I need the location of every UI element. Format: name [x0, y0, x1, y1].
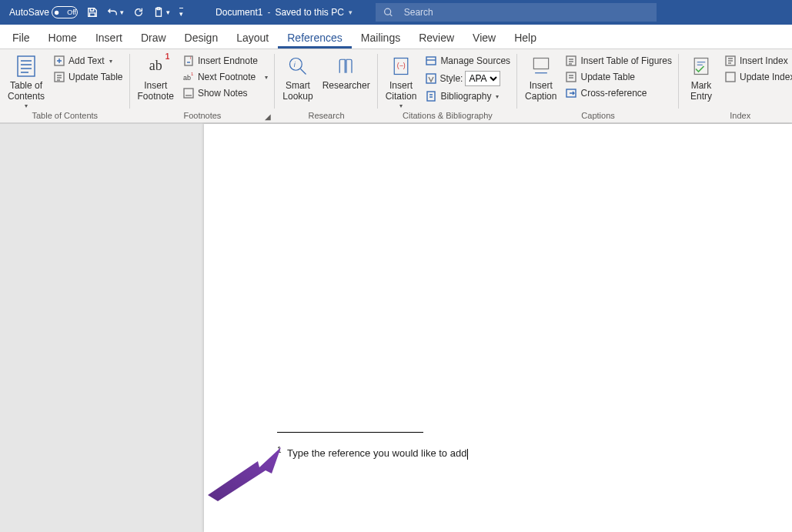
update-table-icon [53, 71, 65, 83]
label: Insert Citation [386, 80, 417, 102]
label: Insert Index [740, 55, 788, 66]
update-index-button[interactable]: Update Index [722, 70, 792, 84]
label: Insert Caption [525, 80, 556, 102]
document-title[interactable]: Document1 - Saved to this PC ▾ [216, 7, 353, 18]
update-icon [565, 71, 577, 83]
cross-reference-button[interactable]: Cross-reference [563, 86, 674, 100]
insert-footnote-button[interactable]: ab 1 Insert Footnote [135, 52, 177, 104]
svg-rect-25 [726, 72, 735, 82]
group-label: Table of Contents [5, 111, 125, 122]
customize-qat-button[interactable]: ▾ [176, 6, 186, 19]
insert-endnote-button[interactable]: i Insert Endnote [180, 54, 270, 68]
style-selector[interactable]: Style: APA [423, 70, 513, 87]
title-bar: AutoSave Off ▾ ▾ ▾ Document1 - Saved to … [0, 0, 792, 25]
svg-rect-23 [694, 59, 708, 75]
style-icon [425, 72, 437, 85]
document-page[interactable]: 1 Type the reference you would like to a… [204, 124, 792, 532]
svg-text:ab: ab [183, 74, 191, 82]
autosave-control[interactable]: AutoSave Off [6, 5, 81, 20]
chevron-down-icon: ▾ [166, 8, 170, 16]
chevron-down-icon: ▾ [399, 102, 403, 110]
insert-footnote-icon: ab 1 [143, 54, 168, 79]
mark-entry-button[interactable]: Mark Entry [683, 52, 719, 104]
repeat-icon [133, 7, 144, 18]
group-label: Index [683, 111, 792, 122]
paste-button[interactable]: ▾ [150, 5, 173, 19]
label: Update Table [69, 72, 123, 82]
svg-point-3 [384, 8, 390, 15]
smart-lookup-button[interactable]: i Smart Lookup [279, 52, 316, 104]
svg-rect-19 [533, 59, 548, 69]
annotation-arrow [204, 447, 296, 504]
tab-layout[interactable]: Layout [227, 27, 278, 49]
label: Insert Endnote [198, 55, 258, 66]
update-table-captions-button[interactable]: Update Table [563, 70, 674, 84]
manage-sources-button[interactable]: Manage Sources [423, 54, 513, 68]
tab-view[interactable]: View [463, 27, 505, 49]
bibliography-icon [425, 90, 437, 102]
insert-index-icon [724, 55, 737, 67]
repeat-button[interactable] [130, 5, 147, 19]
label: Cross-reference [580, 88, 647, 99]
next-footnote-button[interactable]: ab1 Next Footnote ▾ [180, 70, 270, 84]
svg-text:i: i [190, 55, 191, 60]
tab-help[interactable]: Help [505, 27, 546, 49]
svg-rect-4 [18, 56, 35, 76]
text-cursor [467, 449, 468, 460]
smart-lookup-icon: i [286, 54, 310, 79]
svg-marker-26 [208, 447, 281, 501]
quick-access-toolbar: AutoSave Off ▾ ▾ ▾ [0, 5, 192, 20]
autosave-state: Off [67, 8, 76, 16]
table-of-contents-button[interactable]: Table of Contents ▾ [5, 52, 48, 111]
bibliography-button[interactable]: Bibliography ▾ [423, 89, 513, 103]
tab-review[interactable]: Review [409, 27, 463, 49]
separator: - [267, 7, 270, 18]
style-dropdown[interactable]: APA [465, 71, 500, 86]
chevron-down-icon: ▾ [265, 74, 268, 81]
document-area: 1 Type the reference you would like to a… [0, 124, 792, 532]
update-table-button[interactable]: Update Table [51, 70, 125, 84]
autosave-toggle[interactable]: Off [52, 6, 78, 18]
dialog-launcher[interactable]: ◢ [263, 112, 272, 121]
tab-design[interactable]: Design [175, 27, 228, 49]
footnote-entry[interactable]: 1 Type the reference you would like to a… [277, 446, 468, 460]
autosave-label: AutoSave [9, 7, 49, 18]
add-text-button[interactable]: Add Text ▾ [51, 54, 125, 68]
footnote-separator [277, 432, 423, 433]
group-table-of-contents: Table of Contents ▾ Add Text ▾ Update Ta… [0, 49, 130, 122]
clipboard-icon [153, 7, 164, 18]
tab-insert[interactable]: Insert [86, 27, 132, 49]
insert-table-of-figures-button[interactable]: Insert Table of Figures [563, 54, 674, 68]
svg-point-0 [55, 10, 58, 14]
tab-draw[interactable]: Draw [132, 27, 175, 49]
chevron-down-icon: ▾ [179, 8, 183, 18]
group-label: Research [279, 111, 373, 122]
group-research: i Smart Lookup Researcher Research [275, 49, 377, 122]
insert-citation-button[interactable]: (−) Insert Citation ▾ [383, 52, 420, 111]
show-notes-icon [182, 87, 195, 99]
insert-caption-button[interactable]: Insert Caption [522, 52, 560, 104]
svg-text:i: i [294, 61, 296, 69]
undo-button[interactable]: ▾ [104, 5, 127, 19]
tab-mailings[interactable]: Mailings [352, 27, 409, 49]
svg-rect-7 [185, 56, 192, 65]
svg-point-12 [289, 59, 302, 71]
insert-index-button[interactable]: Insert Index [722, 54, 792, 68]
show-notes-button[interactable]: Show Notes [180, 86, 270, 100]
tab-home[interactable]: Home [39, 27, 86, 49]
style-label: Style: [439, 73, 463, 84]
label: Show Notes [198, 88, 248, 99]
tab-file[interactable]: File [3, 27, 39, 49]
table-of-contents-icon [14, 54, 38, 79]
tab-references[interactable]: References [278, 27, 352, 49]
group-label: Footnotes [135, 111, 271, 122]
search-input[interactable] [404, 7, 649, 18]
insert-citation-icon: (−) [389, 54, 413, 79]
researcher-button[interactable]: Researcher [319, 52, 373, 92]
chevron-down-icon: ▾ [349, 8, 353, 16]
undo-icon [107, 7, 118, 18]
researcher-icon [334, 54, 359, 79]
search-box[interactable] [376, 3, 657, 22]
svg-rect-16 [426, 57, 436, 65]
save-button[interactable] [84, 5, 101, 19]
